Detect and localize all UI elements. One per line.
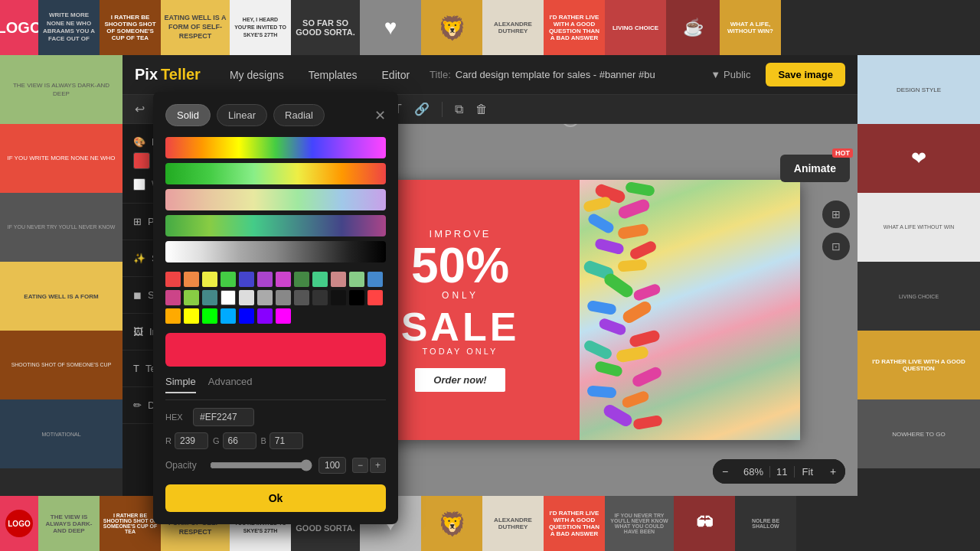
delete-icon[interactable]: 🗑: [472, 101, 491, 118]
swatch-bright-green[interactable]: [202, 308, 217, 324]
tab-linear[interactable]: Linear: [217, 104, 267, 126]
strip-tile: I RATHER BE SHOOTING SHOT OF SOMEONE'S C…: [100, 0, 161, 55]
gradient-cool[interactable]: [165, 215, 386, 236]
banner-only-text: ONLY: [442, 290, 479, 301]
g-label: G: [213, 436, 220, 445]
tab-simple[interactable]: Simple: [165, 376, 196, 393]
opacity-value[interactable]: [318, 457, 346, 474]
side-tile: I'D RATHER LIVE WITH A GOOD QUESTION: [858, 331, 980, 399]
link-icon[interactable]: 🔗: [411, 100, 433, 118]
swatch-rose[interactable]: [165, 290, 181, 305]
swatch-magenta[interactable]: [276, 308, 291, 324]
selection-handle[interactable]: [561, 124, 580, 127]
swatch-bright-yellow[interactable]: [184, 308, 199, 324]
swatch-white[interactable]: [220, 290, 236, 305]
opacity-minus-button[interactable]: −: [352, 458, 368, 473]
r-input[interactable]: [175, 432, 208, 449]
nav-templates[interactable]: Templates: [304, 66, 362, 84]
save-image-button[interactable]: Save image: [766, 63, 845, 86]
b-input[interactable]: [270, 432, 303, 449]
swatch-black[interactable]: [349, 290, 364, 305]
swatch-green[interactable]: [220, 272, 236, 287]
rgb-row: R G B: [165, 432, 386, 449]
hot-badge: HOT: [832, 148, 853, 158]
color-swatch-red[interactable]: [133, 152, 150, 169]
swatch-salmon[interactable]: [331, 272, 346, 287]
gradient-pastels[interactable]: [165, 189, 386, 210]
animate-button[interactable]: HOT Animate: [780, 155, 850, 182]
hex-row: HEX: [165, 408, 386, 426]
swatch-amber[interactable]: [165, 308, 181, 324]
strip-tile: I'D RATHER LIVE WITH A GOOD QUESTION THA…: [544, 496, 605, 551]
tab-radial[interactable]: Radial: [273, 104, 325, 126]
swatch-blue[interactable]: [239, 272, 254, 287]
strip-tile: SO FAR SO GOOD SORTA.: [291, 0, 360, 55]
toolbar-divider-4: [442, 102, 443, 117]
strip-tile: NOLRE BE SHALLOW: [735, 496, 796, 551]
swatch-gray[interactable]: [257, 290, 273, 305]
side-tile: NOWHERE TO GO: [858, 399, 980, 468]
swatch-slate[interactable]: [202, 290, 217, 305]
expand-icon[interactable]: ⊞: [822, 201, 850, 228]
canvas-controls: ⊞ ⊡: [822, 201, 850, 260]
b-field: B: [261, 432, 303, 449]
swatch-lightgreen[interactable]: [349, 272, 364, 287]
gradient-presets: [165, 137, 386, 262]
public-badge[interactable]: ▼ Public: [710, 69, 750, 80]
swatch-lime[interactable]: [184, 290, 199, 305]
swatch-darkgreen[interactable]: [294, 272, 309, 287]
r-field: R: [165, 432, 208, 449]
fit-button[interactable]: Fit: [795, 466, 821, 478]
resize-icon[interactable]: ⊡: [822, 233, 850, 260]
opacity-slider[interactable]: [210, 459, 312, 471]
swatch-charcoal[interactable]: [312, 290, 328, 305]
tab-solid[interactable]: Solid: [165, 104, 211, 126]
swatch-skyblue[interactable]: [368, 272, 383, 287]
swatch-nearblack[interactable]: [331, 290, 346, 305]
copy-icon[interactable]: ⧉: [452, 101, 466, 118]
nav-editor[interactable]: Editor: [377, 66, 415, 84]
logo-teller: Teller: [161, 66, 201, 83]
g-input[interactable]: [223, 432, 256, 449]
hex-input[interactable]: [193, 408, 254, 426]
right-side-strip: DESIGN STYLE ❤ WHAT A LIFE WITHOUT WIN L…: [858, 55, 980, 496]
zoom-in-bottom-button[interactable]: +: [821, 459, 845, 484]
swatch-cyan[interactable]: [220, 308, 236, 324]
gradient-neutral[interactable]: [165, 241, 386, 262]
swatch-darkgray[interactable]: [294, 290, 309, 305]
color-palette: [165, 272, 386, 324]
presets-icon: ⊞: [133, 216, 142, 227]
swatch-teal[interactable]: [312, 272, 328, 287]
b-label: B: [261, 436, 266, 445]
swatch-orange[interactable]: [184, 272, 199, 287]
close-picker-button[interactable]: ✕: [374, 107, 386, 124]
title-value: Card design template for sales - #banner…: [456, 69, 655, 80]
swatch-bright-red[interactable]: [368, 290, 383, 305]
ok-button[interactable]: Ok: [165, 484, 386, 512]
swatch-violet[interactable]: [257, 308, 273, 324]
strip-tile: ☕: [666, 0, 720, 55]
swatch-pink[interactable]: [276, 272, 291, 287]
banner-order-button[interactable]: Order now!: [415, 368, 505, 392]
swatch-red[interactable]: [165, 272, 181, 287]
swatch-purple[interactable]: [257, 272, 273, 287]
design-canvas: IMPROVE 50% ONLY SALE TODAY ONLY Order n…: [341, 180, 800, 440]
g-field: G: [213, 432, 256, 449]
swatch-midgray[interactable]: [276, 290, 291, 305]
side-tile: IF YOU WRITE MORE NONE NE WHO: [0, 124, 122, 193]
nav-my-designs[interactable]: My designs: [225, 66, 289, 84]
opacity-plus-button[interactable]: +: [370, 458, 386, 473]
tab-advanced[interactable]: Advanced: [208, 376, 253, 393]
r-label: R: [165, 436, 172, 445]
smart-icon: ✨: [133, 253, 145, 264]
strip-tile: ♥: [360, 0, 421, 55]
shapes-icon: ◼: [133, 289, 142, 301]
undo-icon[interactable]: ↩: [132, 100, 148, 118]
swatch-lightgray[interactable]: [239, 290, 254, 305]
gradient-warm[interactable]: [165, 163, 386, 184]
side-tile: MOTIVATIONAL: [0, 399, 122, 468]
swatch-yellow[interactable]: [202, 272, 217, 287]
gradient-rainbow[interactable]: [165, 137, 386, 158]
zoom-out-button[interactable]: −: [713, 459, 737, 484]
swatch-navy[interactable]: [239, 308, 254, 324]
